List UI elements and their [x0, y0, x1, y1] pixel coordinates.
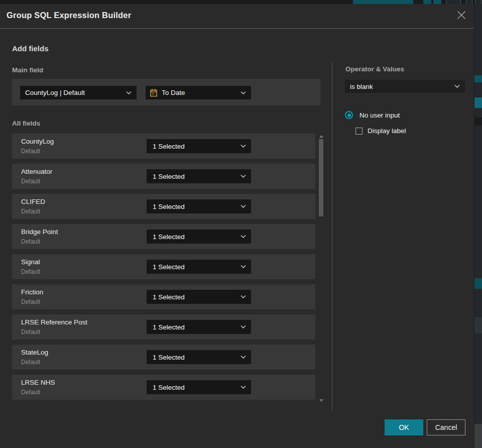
chevron-down-icon — [240, 386, 246, 389]
radio-selected-icon — [345, 111, 353, 119]
field-row: LRSE Reference Post Default 1 Selected — [12, 314, 315, 340]
field-name: Attenuator — [21, 168, 52, 175]
background-app-right-edge — [474, 4, 482, 448]
calendar-icon — [150, 88, 158, 97]
background-app-topbar: Live view — [0, 0, 482, 4]
main-field-panel: CountyLog | Default To Date — [12, 79, 320, 105]
dialog-title: Group SQL Expression Builder — [7, 11, 131, 20]
field-row: Bridge Point Default 1 Selected — [12, 224, 315, 249]
field-selection-dropdown[interactable]: 1 Selected — [147, 260, 251, 274]
field-name: LRSE Reference Post — [21, 318, 87, 326]
field-selection-dropdown[interactable]: 1 Selected — [147, 290, 251, 304]
main-field-select[interactable]: CountyLog | Default — [20, 86, 137, 99]
chevron-down-icon — [240, 356, 246, 359]
field-row: CLIFED Default 1 Selected — [12, 194, 315, 219]
field-row: StateLog Default 1 Selected — [12, 345, 315, 370]
panel-divider — [332, 62, 332, 411]
field-selection-dropdown[interactable]: 1 Selected — [147, 320, 251, 334]
field-name: CountyLog — [21, 138, 54, 145]
field-name: Bridge Point — [21, 228, 58, 236]
scroll-up-button[interactable] — [319, 135, 323, 138]
triangle-up-icon — [319, 135, 323, 138]
chevron-down-icon — [454, 85, 460, 88]
chevron-down-icon — [126, 91, 132, 94]
display-label-text: Display label — [368, 127, 406, 135]
operator-select-value: is blank — [350, 83, 373, 90]
chevron-down-icon — [240, 295, 246, 299]
field-subtitle: Default — [21, 298, 40, 305]
field-subtitle: Default — [21, 328, 40, 335]
scrollbar[interactable] — [318, 133, 324, 404]
chevron-down-icon — [240, 145, 246, 148]
field-subtitle: Default — [21, 148, 40, 155]
field-subtitle: Default — [21, 178, 40, 185]
field-subtitle: Default — [21, 389, 40, 396]
background-tile — [433, 0, 441, 4]
background-fragment — [474, 97, 482, 108]
field-subtitle: Default — [21, 268, 40, 275]
field-subtitle: Default — [21, 208, 40, 215]
chevron-down-icon — [240, 175, 246, 178]
field-subtitle: Default — [21, 359, 40, 366]
background-fragment — [474, 424, 482, 448]
background-fragment — [474, 278, 482, 289]
main-field-select-value: CountyLog | Default — [25, 89, 85, 96]
no-user-input-label: No user input — [359, 111, 400, 119]
live-view-label: Live view — [374, 0, 399, 2]
background-tile — [446, 0, 461, 4]
field-name: Signal — [21, 258, 40, 266]
field-row: Signal Default 1 Selected — [12, 254, 315, 279]
chevron-down-icon — [240, 91, 246, 94]
scrollbar-thumb[interactable] — [319, 139, 323, 216]
date-select-value: To Date — [162, 89, 185, 96]
field-row: CountyLog Default 1 Selected — [12, 134, 315, 159]
field-selection-dropdown[interactable]: 1 Selected — [147, 199, 251, 213]
scroll-down-button[interactable] — [319, 399, 323, 402]
background-tile — [475, 0, 481, 4]
background-tile — [466, 0, 472, 4]
add-fields-heading: Add fields — [12, 44, 49, 53]
close-icon — [457, 11, 466, 22]
main-field-label: Main field — [12, 66, 43, 74]
operator-select[interactable]: is blank — [345, 80, 465, 93]
chevron-down-icon — [240, 205, 246, 208]
dialog-titlebar: Group SQL Expression Builder — [0, 4, 474, 29]
background-tile — [423, 0, 431, 4]
display-label-checkbox[interactable]: Display label — [355, 127, 406, 135]
field-name: LRSE NHS — [21, 379, 55, 386]
close-button[interactable] — [455, 10, 467, 22]
field-selection-dropdown[interactable]: 1 Selected — [147, 350, 251, 364]
field-selection-dropdown[interactable]: 1 Selected — [147, 380, 251, 394]
all-fields-list: CountyLog Default 1 Selected Attenuator … — [12, 134, 315, 405]
checkbox-unchecked-icon — [355, 128, 363, 135]
field-selection-dropdown[interactable]: 1 Selected — [147, 230, 251, 244]
field-selection-dropdown[interactable]: 1 Selected — [147, 139, 251, 153]
background-fragment — [474, 75, 482, 82]
all-fields-label: All fields — [12, 120, 40, 127]
live-view-chip: Live view — [353, 0, 413, 4]
background-fragment — [474, 317, 482, 333]
field-name: CLIFED — [21, 198, 45, 205]
field-subtitle: Default — [21, 238, 40, 245]
chevron-down-icon — [240, 325, 246, 329]
main-field-date-select[interactable]: To Date — [146, 86, 251, 99]
ok-button[interactable]: OK — [385, 419, 423, 435]
operator-values-label: Operator & Values — [345, 65, 404, 73]
field-row: Attenuator Default 1 Selected — [12, 164, 315, 189]
chevron-down-icon — [240, 265, 246, 269]
cancel-button[interactable]: Cancel — [427, 419, 465, 435]
background-fragment — [474, 118, 482, 126]
field-name: Friction — [21, 288, 43, 296]
chevron-down-icon — [240, 235, 246, 239]
field-row: LRSE NHS Default 1 Selected — [12, 375, 315, 400]
field-selection-dropdown[interactable]: 1 Selected — [147, 169, 251, 183]
no-user-input-radio[interactable]: No user input — [345, 111, 400, 119]
field-row: Friction Default 1 Selected — [12, 284, 315, 309]
field-name: StateLog — [21, 349, 48, 356]
group-sql-expression-builder-dialog: Group SQL Expression Builder Add fields … — [0, 4, 474, 448]
triangle-down-icon — [319, 399, 323, 402]
